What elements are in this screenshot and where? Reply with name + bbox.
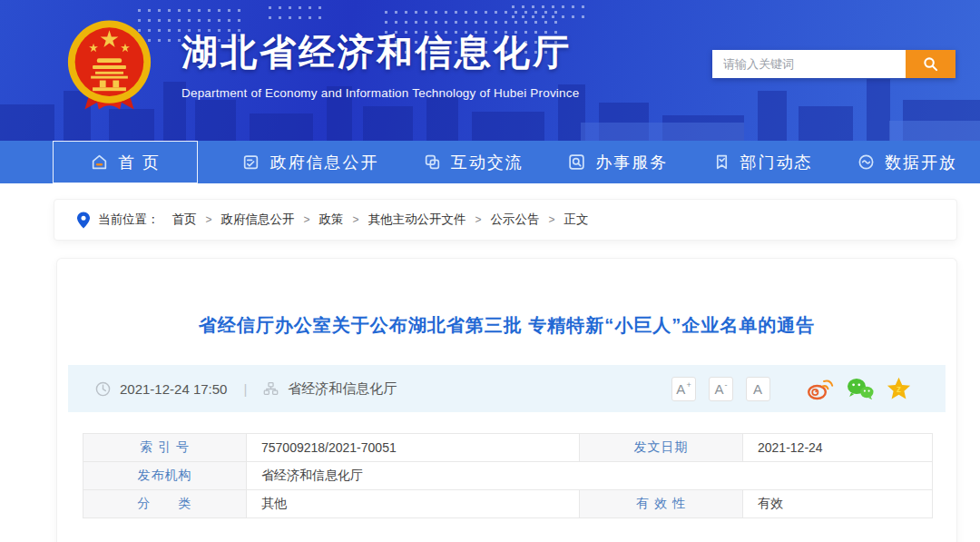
breadcrumb-item-home[interactable]: 首页 <box>172 212 197 228</box>
breadcrumb-separator: > <box>353 213 359 226</box>
nav-item-department-news[interactable]: 部门动态 <box>712 141 813 183</box>
service-search-icon <box>567 153 586 172</box>
national-emblem <box>65 19 153 113</box>
document-icon <box>241 153 260 172</box>
svg-text:z: z <box>897 384 901 394</box>
brand-block: 湖北省经济和信息化厅 Department of Economy and Inf… <box>181 27 579 100</box>
site-subtitle-en: Department of Economy and Information Te… <box>181 86 579 100</box>
nav-label: 部门动态 <box>740 152 813 173</box>
font-size-increase-button[interactable]: A+ <box>671 377 696 401</box>
nav-label: 数据开放 <box>885 152 957 173</box>
nav-label: 首 页 <box>118 152 161 173</box>
breadcrumb-item-policy[interactable]: 政策 <box>319 212 344 228</box>
search-button[interactable] <box>906 50 956 78</box>
breadcrumb-item-other-docs[interactable]: 其他主动公开文件 <box>368 212 466 228</box>
breadcrumb-label: 当前位置： <box>98 212 160 228</box>
font-size-decrease-button[interactable]: A- <box>709 377 733 401</box>
wechat-share-icon[interactable] <box>847 377 874 400</box>
search-icon <box>923 56 938 72</box>
location-pin-icon <box>77 212 90 229</box>
data-wave-icon <box>857 153 876 172</box>
validity-label: 有 效 性 <box>580 490 743 518</box>
breadcrumb-separator: > <box>304 213 310 226</box>
clock-icon <box>95 381 111 397</box>
table-row: 发布机构 省经济和信息化厅 <box>83 462 933 490</box>
table-row: 索 引 号 757009218/2021-70051 发文日期 2021-12-… <box>83 434 933 462</box>
weibo-share-icon[interactable] <box>807 377 834 400</box>
publisher-value: 省经济和信息化厅 <box>247 462 933 490</box>
breadcrumb-separator: > <box>206 213 212 226</box>
nav-item-open-data[interactable]: 数据开放 <box>857 141 957 183</box>
main-nav: 首 页 政府信息公开 互动交流 办事服务 <box>0 141 980 183</box>
nav-label: 互动交流 <box>451 152 524 173</box>
meta-divider: | <box>243 381 247 397</box>
nav-item-services[interactable]: 办事服务 <box>567 141 668 183</box>
issue-date-value: 2021-12-24 <box>743 434 933 462</box>
organization-icon <box>263 381 279 397</box>
category-value: 其他 <box>247 490 580 518</box>
dot-map-decoration <box>265 3 328 23</box>
publish-source: 省经济和信息化厅 <box>288 380 397 398</box>
validity-value: 有效 <box>743 490 933 518</box>
breadcrumb-item-announcements[interactable]: 公示公告 <box>491 212 540 228</box>
qzone-share-icon[interactable]: z <box>887 377 911 400</box>
chat-icon <box>423 153 442 172</box>
issue-date-label: 发文日期 <box>580 434 743 462</box>
article-card: 省经信厅办公室关于公布湖北省第三批 专精特新“小巨人”企业名单的通告 2021-… <box>56 258 957 542</box>
article-meta-bar: 2021-12-24 17:50 | 省经济和信息化厅 A+ A- A <box>68 365 946 412</box>
breadcrumb: 当前位置： 首页 > 政府信息公开 > 政策 > 其他主动公开文件 > 公示公告… <box>54 199 957 241</box>
breadcrumb-item-gov-info[interactable]: 政府信息公开 <box>221 212 295 228</box>
publish-date: 2021-12-24 17:50 <box>120 381 227 397</box>
table-row: 分 类 其他 有 效 性 有效 <box>83 490 933 518</box>
article-title: 省经信厅办公室关于公布湖北省第三批 专精特新“小巨人”企业名单的通告 <box>57 313 956 338</box>
nav-item-interaction[interactable]: 互动交流 <box>423 141 524 183</box>
home-icon <box>90 153 109 172</box>
site-search <box>712 50 956 78</box>
dot-map-decoration <box>508 2 590 25</box>
search-input[interactable] <box>712 50 906 78</box>
site-header: 湖北省经济和信息化厅 Department of Economy and Inf… <box>0 0 980 141</box>
index-number-label: 索 引 号 <box>83 434 247 462</box>
breadcrumb-item-current: 正文 <box>564 212 589 228</box>
breadcrumb-separator: > <box>475 213 482 226</box>
index-number-value: 757009218/2021-70051 <box>247 434 580 462</box>
publisher-label: 发布机构 <box>83 462 247 490</box>
document-info-table: 索 引 号 757009218/2021-70051 发文日期 2021-12-… <box>83 433 933 518</box>
bookmark-icon <box>712 153 731 172</box>
font-size-reset-button[interactable]: A <box>746 377 770 401</box>
nav-item-gov-info[interactable]: 政府信息公开 <box>241 141 378 183</box>
nav-label: 办事服务 <box>595 152 668 173</box>
nav-label: 政府信息公开 <box>270 152 378 173</box>
nav-item-home[interactable]: 首 页 <box>53 141 198 183</box>
breadcrumb-separator: > <box>549 213 555 226</box>
site-title: 湖北省经济和信息化厅 <box>181 27 579 77</box>
category-label: 分 类 <box>83 490 247 518</box>
